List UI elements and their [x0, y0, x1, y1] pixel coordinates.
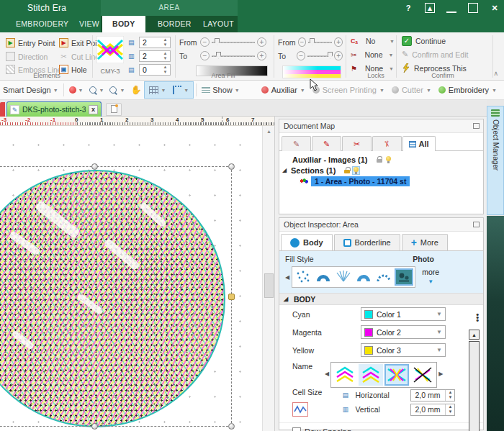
cyan-color-dropdown[interactable]: Color 1▼	[361, 307, 446, 321]
bulb-icon[interactable]	[385, 156, 392, 163]
gradient-to-plus[interactable]: +	[334, 51, 343, 60]
fill-style-stipple[interactable]	[294, 268, 312, 286]
gradient-to-thumb[interactable]	[328, 52, 333, 59]
areafill-from-minus[interactable]: −	[200, 37, 210, 47]
row-spacing-checkbox[interactable]	[292, 427, 301, 431]
fill-style-arch-solid[interactable]	[314, 268, 333, 286]
spinner-3-arrows[interactable]: ▲▼	[161, 65, 169, 75]
entry-point-button[interactable]: ▶Entry Point	[6, 37, 55, 49]
canvas-vertical-scrollbar[interactable]: ▲	[262, 126, 274, 431]
gradient-to-minus[interactable]: −	[297, 51, 305, 60]
areafill-from-track[interactable]	[212, 42, 255, 43]
ruler-toggle[interactable]: ▼	[170, 82, 192, 98]
mode-embroidery[interactable]: Embroidery▼	[438, 86, 497, 94]
tree-expander-icon[interactable]: ◢	[282, 167, 288, 173]
dm-tab-pencil-red[interactable]: ✎	[312, 136, 341, 151]
vertical-value-spinner[interactable]: 2,0 mm▲▼	[410, 404, 455, 416]
lock-row-1[interactable]: CₐNo▼	[351, 37, 395, 45]
gradient-from-track[interactable]	[308, 42, 332, 43]
mode-auxiliar[interactable]: Auxiliar▼	[261, 86, 305, 94]
tab-embroidery[interactable]: EMBROIDERY	[6, 16, 78, 32]
redo-point-tool[interactable]: ▼	[66, 82, 86, 98]
fill-style-rays[interactable]	[334, 268, 353, 286]
dm-tab-scissors[interactable]: ✂	[342, 136, 372, 151]
context-tab-area[interactable]: AREA	[101, 0, 238, 16]
body-section-header[interactable]: ◢BODY	[279, 293, 483, 305]
gradient-from-thumb[interactable]	[310, 38, 315, 45]
magenta-color-dropdown[interactable]: Color 2▼	[361, 325, 446, 339]
panel-float-icon[interactable]	[473, 123, 480, 129]
inspector-tab-borderline[interactable]: Borderline	[334, 234, 400, 250]
spinner-1-arrows[interactable]: ▲▼	[161, 37, 169, 47]
zoom-document-tool[interactable]: ▼	[86, 82, 107, 98]
horizontal-value-spinner[interactable]: 2,0 mm▲▼	[410, 389, 455, 401]
dm-tab-all[interactable]: All	[402, 136, 436, 151]
gradient-to-track[interactable]	[307, 55, 332, 57]
fill-style-arch-2[interactable]	[354, 268, 373, 286]
close-button[interactable]: ✕	[490, 3, 500, 13]
lock-2-dropdown-icon[interactable]: ▼	[388, 53, 393, 58]
areafill-to-minus[interactable]: −	[200, 51, 210, 60]
inspector-scrollbar[interactable]: ▲	[469, 330, 481, 430]
lock-row-2[interactable]: ✂None▼	[351, 50, 393, 59]
lock-icon[interactable]	[344, 167, 350, 173]
selection-handle-top-right[interactable]	[228, 163, 235, 170]
smart-design-button[interactable]: Smart Design▼	[0, 82, 61, 98]
areafill-to-plus[interactable]: +	[257, 51, 266, 60]
lock-icon[interactable]	[377, 156, 382, 163]
fill-style-more-button[interactable]: more▼	[422, 268, 439, 285]
mode-cutter[interactable]: Cutter▼	[392, 86, 431, 94]
panel-menu-icon[interactable]: •••	[476, 313, 479, 322]
spinner-2-arrows[interactable]: ▲▼	[161, 51, 169, 61]
spinner-2[interactable]: 2▲▼	[139, 50, 171, 62]
grid-toggle[interactable]: ▼	[146, 82, 168, 98]
object-manager-tab[interactable]: Object Manager	[487, 106, 504, 215]
tab-layout[interactable]: LAYOUT	[193, 16, 244, 32]
scrollbar-thumb[interactable]	[264, 273, 274, 298]
tree-item-area-photo[interactable]: 1 - Area - Photo - 11704 st	[282, 176, 483, 186]
pattern-scroll-right-icon[interactable]: ▶	[438, 371, 443, 377]
stitch-canvas[interactable]	[0, 126, 259, 431]
fill-style-photo[interactable]	[395, 268, 413, 286]
lock-1-dropdown-icon[interactable]: ▼	[390, 39, 395, 44]
direction-button[interactable]: Direction	[6, 50, 48, 63]
maximize-button[interactable]	[468, 3, 478, 13]
areafill-to-track[interactable]	[212, 55, 255, 57]
tree-item-auxiliar-images[interactable]: Auxiliar - Images (1)	[282, 154, 483, 165]
scroll-left-icon[interactable]: ◀	[285, 274, 289, 281]
dm-tab-pencil-gray[interactable]: ✎	[282, 136, 311, 151]
yellow-color-dropdown[interactable]: Color 3▼	[361, 343, 446, 357]
continue-button[interactable]: ✓Continue	[402, 36, 446, 46]
gradient-from-plus[interactable]: +	[334, 37, 343, 47]
ribbon-options-icon[interactable]: ▴	[425, 3, 435, 13]
tree-item-sections[interactable]: ◢ Sections (1)	[282, 165, 483, 176]
pattern-chevron-1[interactable]	[333, 364, 357, 386]
lock-3-dropdown-icon[interactable]: ▼	[389, 66, 394, 71]
bulb-icon[interactable]	[353, 167, 359, 174]
panel-float-icon[interactable]	[473, 222, 480, 227]
spinner-arrows[interactable]: ▲▼	[445, 390, 454, 401]
pattern-scroll-left-icon[interactable]: ◀	[325, 371, 329, 377]
pan-tool[interactable]: ✋	[127, 82, 144, 98]
mode-screen-printing[interactable]: Screen Printing▼	[312, 86, 384, 94]
selected-tree-item[interactable]: 1 - Area - Photo - 11704 st	[311, 176, 410, 186]
dm-tab-scissors-2[interactable]: ✂	[372, 136, 402, 151]
scrollbar-track[interactable]	[469, 341, 480, 430]
fill-style-dotted-arch[interactable]	[374, 268, 393, 286]
help-button[interactable]: ?	[403, 3, 413, 13]
areafill-from-thumb[interactable]	[215, 38, 220, 45]
cmy-gradient-bar[interactable]	[282, 65, 341, 78]
partial-tab[interactable]	[0, 102, 5, 117]
inspector-tab-body[interactable]: Body	[281, 234, 333, 250]
section-collapse-icon[interactable]: ◢	[284, 296, 289, 302]
pattern-chevron-2[interactable]	[359, 364, 383, 386]
areafill-to-thumb[interactable]	[216, 52, 221, 59]
scrollbar-thumb[interactable]	[469, 341, 480, 431]
selection-handle-bottom-mid[interactable]	[91, 423, 98, 430]
spinner-arrows[interactable]: ▲▼	[445, 404, 454, 415]
selection-handle-right-mid[interactable]	[228, 294, 235, 300]
document-tab-active[interactable]: ✎ DKS-photo-stitch-3 x	[6, 101, 102, 117]
spinner-3[interactable]: 0▲▼	[139, 64, 171, 76]
pattern-cross-black[interactable]	[410, 364, 435, 386]
confirm-and-edit-button[interactable]: ✎Confirm and Edit	[402, 50, 468, 59]
